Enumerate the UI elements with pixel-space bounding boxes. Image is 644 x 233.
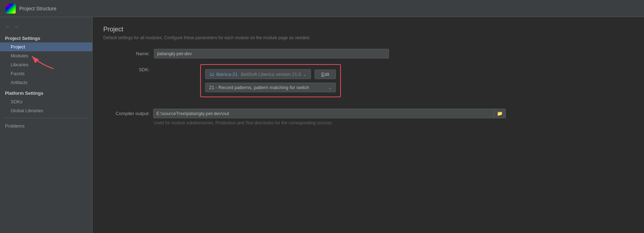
forward-button[interactable]: → [14, 24, 19, 30]
sdk-name: liberica-21 [216, 72, 238, 77]
compiler-output-hint: Used for module subdirectories, Producti… [154, 120, 633, 125]
content-area: Project Default settings for all modules… [93, 17, 644, 233]
sdk-outer-row: SDK: 🗂 liberica-21 BellSoft Liberica ver… [103, 64, 633, 103]
compiler-output-row: Compiler output: 📁 [103, 109, 633, 118]
nav-row: ← → [0, 21, 92, 32]
sdk-folder-icon: 🗂 [209, 71, 214, 77]
sdk-chevron-icon: ⌄ [303, 72, 307, 77]
language-level-chevron-icon: ⌄ [328, 85, 332, 90]
sidebar-item-sdks[interactable]: SDKs [0, 97, 92, 106]
sdk-row: 🗂 liberica-21 BellSoft Liberica version … [205, 69, 336, 79]
platform-settings-header: Platform Settings [0, 87, 92, 97]
main-layout: ← → Project Settings Project Modules Lib… [0, 17, 644, 233]
project-settings-header: Project Settings [0, 32, 92, 42]
sidebar-item-modules[interactable]: Modules [0, 51, 92, 60]
sdk-highlight-box: 🗂 liberica-21 BellSoft Liberica version … [200, 64, 341, 97]
sidebar-item-global-libraries[interactable]: Global Libraries [0, 106, 92, 115]
sdk-label: SDK: [103, 64, 150, 72]
language-level-row: 21 - Record patterns, pattern matching f… [205, 83, 336, 92]
compiler-output-input[interactable] [154, 109, 494, 118]
sdk-edit-button[interactable]: Edit [315, 69, 336, 79]
name-label: Name: [103, 51, 150, 56]
language-level-value: 21 - Record patterns, pattern matching f… [209, 85, 328, 90]
language-level-dropdown[interactable]: 21 - Record patterns, pattern matching f… [205, 83, 336, 92]
sdk-dropdown[interactable]: 🗂 liberica-21 BellSoft Liberica version … [205, 69, 311, 79]
sidebar-item-problems[interactable]: Problems [0, 121, 92, 131]
name-input[interactable] [154, 49, 389, 58]
sidebar-item-libraries[interactable]: Libraries [0, 60, 92, 69]
name-row: Name: [103, 49, 633, 58]
sidebar-item-project[interactable]: Project [0, 42, 92, 51]
content-subtitle: Default settings for all modules. Config… [103, 35, 633, 40]
window-title: Project Structure [19, 6, 56, 11]
compiler-output-label: Compiler output: [103, 111, 150, 116]
sidebar-item-artifacts[interactable]: Artifacts [0, 78, 92, 87]
sdk-detail: BellSoft Liberica version 21.0 [240, 72, 301, 77]
app-logo [6, 4, 16, 14]
content-title: Project [103, 26, 633, 33]
compiler-folder-icon[interactable]: 📁 [494, 109, 505, 118]
title-bar: Project Structure [0, 0, 644, 17]
sidebar-divider [5, 118, 87, 118]
compiler-input-wrap: 📁 [153, 109, 506, 118]
back-button[interactable]: ← [5, 24, 11, 30]
sidebar-item-facets[interactable]: Facets [0, 69, 92, 78]
sidebar: ← → Project Settings Project Modules Lib… [0, 17, 93, 233]
